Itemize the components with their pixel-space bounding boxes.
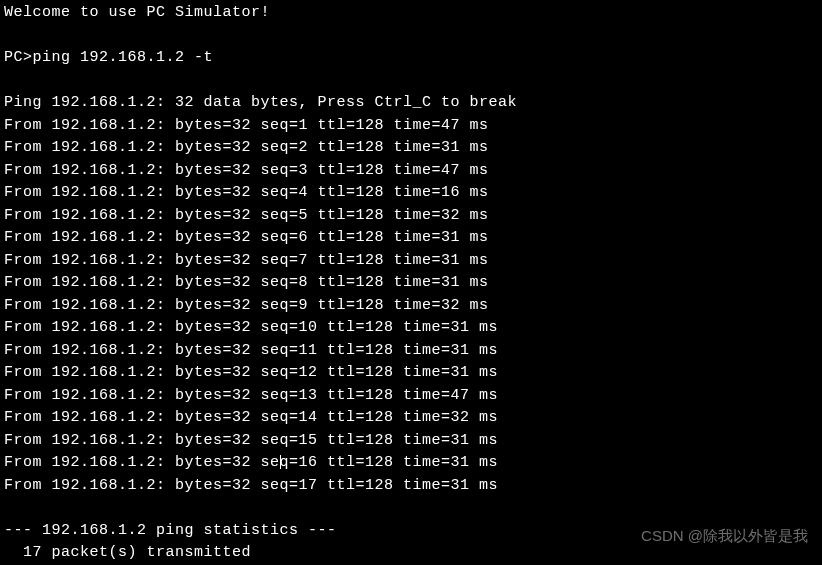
ping-reply: From 192.168.1.2: bytes=32 seq=10 ttl=12… [4, 317, 818, 340]
ping-reply: From 192.168.1.2: bytes=32 seq=14 ttl=12… [4, 407, 818, 430]
ping-reply: From 192.168.1.2: bytes=32 seq=4 ttl=128… [4, 182, 818, 205]
prompt-label: PC> [4, 49, 33, 66]
ping-reply: From 192.168.1.2: bytes=32 seq=3 ttl=128… [4, 160, 818, 183]
command-text: ping 192.168.1.2 -t [33, 49, 214, 66]
ping-reply: From 192.168.1.2: bytes=32 seq=8 ttl=128… [4, 272, 818, 295]
ping-reply: From 192.168.1.2: bytes=32 seq=11 ttl=12… [4, 340, 818, 363]
ping-reply: From 192.168.1.2: bytes=32 seq=6 ttl=128… [4, 227, 818, 250]
blank-line [4, 70, 818, 93]
watermark-text: CSDN @除我以外皆是我 [641, 525, 808, 548]
blank-line [4, 25, 818, 48]
ping-header: Ping 192.168.1.2: 32 data bytes, Press C… [4, 92, 818, 115]
ping-reply: From 192.168.1.2: bytes=32 seq=7 ttl=128… [4, 250, 818, 273]
ping-reply: From 192.168.1.2: bytes=32 seq=16 ttl=12… [4, 452, 818, 475]
ping-replies: From 192.168.1.2: bytes=32 seq=1 ttl=128… [4, 115, 818, 498]
blank-line [4, 497, 818, 520]
ping-reply: From 192.168.1.2: bytes=32 seq=12 ttl=12… [4, 362, 818, 385]
ping-reply: From 192.168.1.2: bytes=32 seq=2 ttl=128… [4, 137, 818, 160]
ping-reply: From 192.168.1.2: bytes=32 seq=5 ttl=128… [4, 205, 818, 228]
welcome-line: Welcome to use PC Simulator! [4, 2, 818, 25]
ping-reply: From 192.168.1.2: bytes=32 seq=15 ttl=12… [4, 430, 818, 453]
ping-reply: From 192.168.1.2: bytes=32 seq=9 ttl=128… [4, 295, 818, 318]
ping-reply: From 192.168.1.2: bytes=32 seq=13 ttl=12… [4, 385, 818, 408]
ping-reply: From 192.168.1.2: bytes=32 seq=1 ttl=128… [4, 115, 818, 138]
ping-reply: From 192.168.1.2: bytes=32 seq=17 ttl=12… [4, 475, 818, 498]
prompt-line[interactable]: PC>ping 192.168.1.2 -t [4, 47, 818, 70]
